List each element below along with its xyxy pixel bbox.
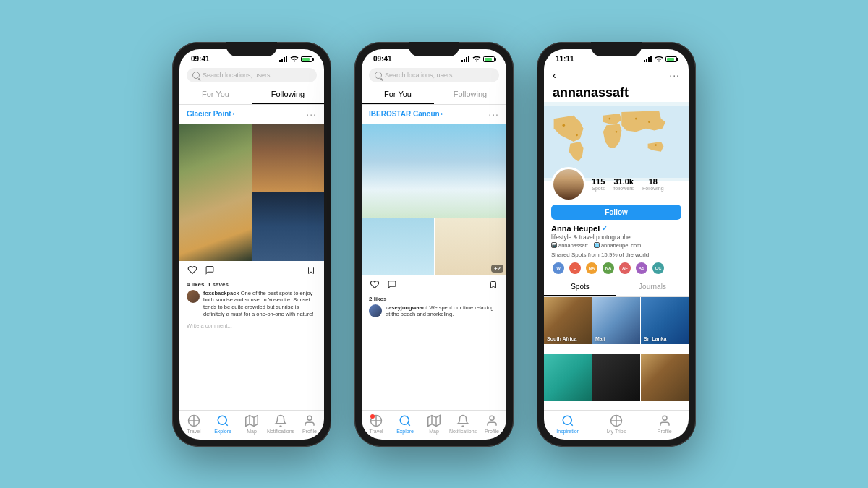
location-link-2[interactable]: IBEROSTAR Cancún › xyxy=(369,110,443,118)
photo-sri-lanka[interactable]: Sri Lanka xyxy=(641,297,689,344)
search-bar-2[interactable]: Search locations, users... xyxy=(369,68,499,82)
action-left-1 xyxy=(187,265,216,276)
stat-spots: 115 Spots xyxy=(592,177,605,191)
svg-rect-3 xyxy=(286,56,287,62)
nav-travel-2[interactable]: Travel xyxy=(362,414,391,434)
battery-icon-2 xyxy=(483,56,495,62)
tab-spots[interactable]: Spots xyxy=(544,278,616,296)
bookmark-icon-2[interactable] xyxy=(488,279,499,291)
nav-map-2[interactable]: Map xyxy=(420,414,448,434)
post-actions-2 xyxy=(362,275,506,294)
profile-username: annanassaft xyxy=(544,84,689,102)
screen-1: 09:41 Search locations, users... For You… xyxy=(179,49,324,440)
search-placeholder-2: Search locations, users... xyxy=(385,72,458,79)
svg-line-37 xyxy=(571,423,573,425)
dots-menu-1[interactable]: ··· xyxy=(306,108,317,120)
tab-following-2[interactable]: Following xyxy=(434,85,506,104)
search-placeholder-1: Search locations, users... xyxy=(203,72,276,79)
profile-handle-link[interactable]: 📷 annanassaft xyxy=(551,242,588,249)
post-caption-2: 2 likes caseyjongwaard We spent our time… xyxy=(362,294,506,322)
tab-journals[interactable]: Journals xyxy=(616,278,689,296)
photo-label-mali: Mali xyxy=(595,336,605,341)
back-button[interactable]: ‹ xyxy=(553,69,556,81)
comment-icon-2[interactable] xyxy=(386,279,398,291)
region-oc: OC xyxy=(651,261,665,275)
tab-for-you-2[interactable]: For You xyxy=(362,85,434,104)
photo-mali[interactable]: Mali xyxy=(592,297,640,344)
post-caption-1: 4 likes 1 saves foxsbackpack One of the … xyxy=(179,280,324,321)
wifi-icon-2 xyxy=(472,56,481,62)
notch-2 xyxy=(409,42,459,56)
chevron-right-2: › xyxy=(441,111,443,117)
nav-map-1[interactable]: Map xyxy=(237,414,266,434)
comment-icon-1[interactable] xyxy=(204,265,216,276)
follow-button[interactable]: Follow xyxy=(551,205,681,220)
bottom-nav-3: Inspiration My Trips Profile xyxy=(544,410,689,440)
nav-travel-1[interactable]: Travel xyxy=(179,414,208,434)
svg-rect-25 xyxy=(646,59,647,62)
bookmark-icon-1[interactable] xyxy=(305,265,317,276)
region-as: AS xyxy=(634,261,649,275)
svg-rect-0 xyxy=(279,60,281,62)
nav-notifications-2[interactable]: Notifications xyxy=(448,414,477,434)
profile-name-section: Anna Heupel ✓ lifestyle & travel photogr… xyxy=(544,223,689,250)
post-user-2: caseyjongwaard We spent our time relaxin… xyxy=(369,304,499,319)
nav-explore-2[interactable]: Explore xyxy=(391,414,420,434)
signal-icon-2 xyxy=(461,56,470,62)
svg-point-31 xyxy=(609,117,611,119)
beach-main-photo xyxy=(362,124,506,218)
profile-info: 115 Spots 31.0k followers 18 Following xyxy=(544,167,689,202)
time-3: 11:11 xyxy=(556,55,574,63)
screen-3: 11:11 ‹ ··· annanassaft xyxy=(544,49,689,440)
nav-profile-1[interactable]: Profile xyxy=(295,414,324,434)
comment-prompt-1[interactable]: Write a comment... xyxy=(179,321,324,332)
heart-icon-1[interactable] xyxy=(187,265,198,276)
tabs-1: For You Following xyxy=(179,85,324,105)
web-icon: 🌐 xyxy=(594,242,600,248)
nav-profile-2[interactable]: Profile xyxy=(477,414,506,434)
svg-rect-1 xyxy=(281,59,283,62)
plus-badge: +2 xyxy=(491,265,503,273)
svg-rect-14 xyxy=(466,57,467,62)
nav-explore-1[interactable]: Explore xyxy=(208,414,237,434)
phone-1: 09:41 Search locations, users... For You… xyxy=(172,42,331,447)
stat-followers: 31.0k followers xyxy=(613,177,634,191)
tab-following-1[interactable]: Following xyxy=(252,85,324,104)
heart-icon-2[interactable] xyxy=(369,279,380,291)
photo-teal[interactable] xyxy=(544,354,592,401)
caption-text-2: caseyjongwaard We spent our time relaxin… xyxy=(386,304,499,319)
nav-notifications-1[interactable]: Notifications xyxy=(266,414,295,434)
avatar-1 xyxy=(187,290,200,303)
svg-marker-20 xyxy=(428,415,441,426)
photo-extra[interactable] xyxy=(641,354,689,401)
more-menu-button[interactable]: ··· xyxy=(669,69,680,81)
search-bar-1[interactable]: Search locations, users... xyxy=(187,68,317,82)
nav-my-trips[interactable]: My Trips xyxy=(592,414,641,434)
svg-rect-24 xyxy=(644,60,645,62)
signal-icon-3 xyxy=(644,56,652,62)
profile-stats: 115 Spots 31.0k followers 18 Following xyxy=(592,177,664,191)
svg-point-32 xyxy=(616,131,618,133)
profile-bio: lifestyle & travel photographer xyxy=(551,234,681,241)
region-na2: NA xyxy=(601,261,616,275)
post-actions-1 xyxy=(179,261,324,280)
location-link-1[interactable]: Glacier Point › xyxy=(187,110,234,118)
photo-grid-profile: South Africa Mali Sri Lanka xyxy=(544,297,689,410)
tab-for-you-1[interactable]: For You xyxy=(179,85,252,104)
avatar-2 xyxy=(369,304,382,317)
photo-top-right-yosemite xyxy=(252,124,325,192)
nav-profile-3[interactable]: Profile xyxy=(640,414,689,434)
photo-main-yosemite xyxy=(179,124,252,261)
photo-south-africa[interactable]: South Africa xyxy=(544,297,592,344)
notch-1 xyxy=(226,42,277,56)
phone-2: 09:41 Search locations, users... For You… xyxy=(354,42,514,447)
nav-inspiration[interactable]: Inspiration xyxy=(544,414,592,434)
profile-links: 📷 annanassaft 🌐 annaheupel.com xyxy=(551,242,681,249)
svg-rect-13 xyxy=(464,59,465,62)
profile-tabs: Spots Journals xyxy=(544,278,689,297)
profile-website-link[interactable]: 🌐 annaheupel.com xyxy=(594,242,641,249)
screen-2: 09:41 Search locations, users... For You… xyxy=(362,49,506,440)
svg-point-18 xyxy=(400,416,409,424)
dots-menu-2[interactable]: ··· xyxy=(488,108,499,120)
photo-dark[interactable] xyxy=(592,354,640,401)
